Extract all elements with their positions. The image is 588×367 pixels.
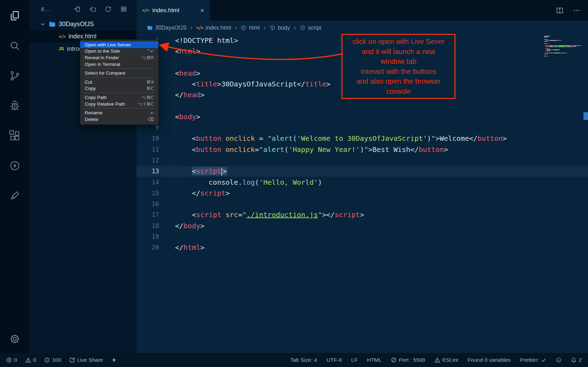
menu-item-rename[interactable]: Rename↩ xyxy=(80,109,158,116)
code-line[interactable]: 14 console.log('Hello, World') xyxy=(136,177,588,188)
split-editor-icon[interactable] xyxy=(556,7,564,14)
minimap-mark xyxy=(557,40,557,41)
menu-item-open-to-the-side[interactable]: Open to the Side^↵ xyxy=(80,48,158,55)
code-token: body xyxy=(179,113,196,121)
explorer-title: E… xyxy=(41,6,50,12)
breadcrumb-script[interactable]: script xyxy=(300,25,321,31)
code-line[interactable]: 9 xyxy=(136,122,588,133)
minimap-mark xyxy=(553,46,554,47)
overview-ruler-mark xyxy=(583,112,588,120)
activity-pen-icon[interactable] xyxy=(5,183,24,208)
line-number: 10 xyxy=(136,135,159,142)
status-eslint[interactable]: ESLint xyxy=(435,357,458,363)
code-token: html xyxy=(183,243,200,252)
activity-circle-bolt-icon[interactable] xyxy=(5,153,24,178)
refresh-icon[interactable] xyxy=(105,6,112,13)
breadcrumb-30daysofjs[interactable]: 30DaysOfJS xyxy=(147,25,187,31)
menu-item-open-with-live-server[interactable]: Open with Live Server xyxy=(80,41,158,48)
minimap-mark xyxy=(545,37,546,38)
minimap-mark xyxy=(550,49,551,50)
code-line[interactable]: 17 <script src="./introduction.js"></scr… xyxy=(136,209,588,220)
tab-index-html[interactable]: </> index.html × xyxy=(136,0,210,21)
activity-files-icon[interactable] xyxy=(5,3,24,28)
js-file-icon: JS xyxy=(59,46,64,51)
minimap-mark xyxy=(550,45,552,46)
code-line[interactable]: 20</html> xyxy=(136,242,588,253)
breadcrumb-index-html[interactable]: </>index.html xyxy=(196,25,231,31)
code-line[interactable]: 10 <button onclick = "alert('Welcome to … xyxy=(136,133,588,144)
menu-item-reveal-in-finder[interactable]: Reveal in Finder⌥⌘R xyxy=(80,54,158,61)
menu-item-delete[interactable]: Delete⌫ xyxy=(80,116,158,123)
activity-extensions-icon[interactable] xyxy=(5,123,24,148)
code-line[interactable]: 12 xyxy=(136,155,588,166)
code-token: > xyxy=(196,47,200,55)
code-line[interactable]: 15 </script> xyxy=(136,188,588,198)
annotation-text-line: and it will launch a new xyxy=(345,47,452,57)
code-token: </ xyxy=(326,211,335,219)
activity-debug-icon[interactable] xyxy=(5,93,24,118)
status-language-mode[interactable]: HTML xyxy=(367,357,382,363)
status-encoding[interactable]: UTF-8 xyxy=(326,357,342,363)
activity-gear-icon[interactable] xyxy=(5,327,24,351)
code-token: button xyxy=(419,145,444,154)
code-line[interactable]: 18</body> xyxy=(136,220,588,231)
new-folder-icon[interactable] xyxy=(89,6,96,13)
minimap-mark xyxy=(547,54,548,54)
minimap-mark xyxy=(545,54,546,54)
more-actions-icon[interactable] xyxy=(573,7,580,14)
menu-item-select-for-compare[interactable]: Select for Compare xyxy=(80,70,158,76)
activity-search-icon[interactable] xyxy=(5,33,24,58)
status-label: 2 xyxy=(579,357,582,363)
status-errors[interactable]: 0 xyxy=(6,357,17,363)
status-live-share[interactable]: Live Share xyxy=(69,357,103,363)
menu-item-copy[interactable]: Copy⌘C xyxy=(80,85,158,92)
chevron-right-icon: › xyxy=(235,24,237,31)
code-token: onclick xyxy=(226,145,255,154)
status-eol[interactable]: LF xyxy=(351,357,357,363)
status-notifications[interactable]: 2 xyxy=(571,357,582,363)
code-line[interactable]: 19 xyxy=(136,231,588,242)
status-live-server-port[interactable]: Port : 5500 xyxy=(391,357,425,363)
menu-item-open-in-terminal[interactable]: Open in Terminal xyxy=(80,61,158,68)
code-token: 'Hello, World' xyxy=(259,178,318,186)
tree-root-folder[interactable]: 30DaysOfJS xyxy=(29,18,136,30)
status-thunder-client[interactable] xyxy=(111,357,117,363)
status-warnings[interactable]: 0 xyxy=(25,357,36,363)
status-info-count[interactable]: 100 xyxy=(44,357,61,363)
code-line[interactable]: 16 xyxy=(136,198,588,209)
collapse-all-icon[interactable] xyxy=(120,6,127,13)
menu-item-cut[interactable]: Cut⌘X xyxy=(80,79,158,85)
breadcrumb-label: body xyxy=(278,25,290,31)
status-variables[interactable]: Found 0 variables xyxy=(468,357,511,363)
menu-item-shortcut: ↩ xyxy=(150,110,154,115)
code-line[interactable]: 11 <button onclick="alert('Happy New Yea… xyxy=(136,144,588,155)
code-token: alert xyxy=(263,145,284,154)
sidebar-toolbar xyxy=(74,6,127,13)
breadcrumb-html[interactable]: html xyxy=(241,25,259,31)
status-feedback[interactable] xyxy=(556,357,561,363)
close-tab-icon[interactable]: × xyxy=(200,6,204,15)
minimap-mark xyxy=(553,53,553,53)
menu-item-copy-relative-path[interactable]: Copy Relative Path⌥⇧⌘C xyxy=(80,101,158,107)
code-line[interactable]: 13 <script> xyxy=(136,166,588,177)
breadcrumb-body[interactable]: body xyxy=(270,25,290,31)
status-prettier[interactable]: Prettier: xyxy=(520,357,546,363)
minimap-mark xyxy=(549,40,549,41)
code-text: <button onclick="alert('Happy New Year!'… xyxy=(175,145,448,154)
status-tab-size[interactable]: Tab Size: 4 xyxy=(290,357,317,363)
code-token: 'Happy New Year!' xyxy=(288,145,360,154)
minimap-mark xyxy=(571,45,571,46)
code-token: </ xyxy=(192,189,200,197)
minimap-mark xyxy=(550,53,551,53)
new-file-icon[interactable] xyxy=(74,6,81,13)
code-token: " xyxy=(267,134,272,143)
minimap[interactable] xyxy=(544,36,583,56)
code-line[interactable]: 8<body> xyxy=(136,111,588,122)
minimap-mark xyxy=(549,48,550,49)
menu-item-copy-path[interactable]: Copy Path⌥⌘C xyxy=(80,94,158,101)
code-line[interactable]: 7 xyxy=(136,100,588,111)
code-token: > xyxy=(200,91,204,99)
code-text: <script src="./introduction.js"></script… xyxy=(175,211,364,219)
minimap-mark xyxy=(566,53,567,53)
activity-source-control-icon[interactable] xyxy=(5,63,24,88)
